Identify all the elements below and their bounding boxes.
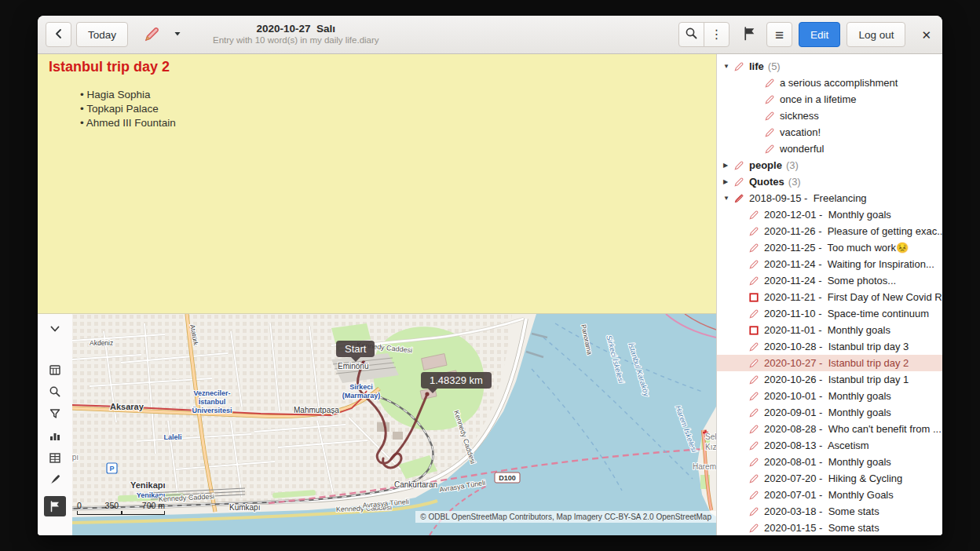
map-label: Vezneciler-: [193, 389, 230, 397]
tree-row[interactable]: 2020-11-01 - Monthly goals: [717, 322, 942, 338]
todo-icon: [748, 324, 761, 336]
filter-button[interactable]: [44, 403, 66, 424]
tree-label: people: [749, 159, 782, 171]
tree-count: (5): [768, 60, 781, 72]
filter-icon: [49, 407, 61, 420]
entries-sidebar: ▼life(5)a serious accomplishmentonce in …: [716, 54, 942, 535]
tree-label: vacation!: [780, 126, 821, 138]
edit-button[interactable]: Edit: [799, 22, 840, 47]
pen-button[interactable]: [44, 469, 66, 490]
left-pane: Istanbul trip day 2 Hagia SophiaTopkapi …: [38, 54, 716, 535]
logout-button[interactable]: Log out: [847, 22, 905, 47]
calendar-icon: [49, 363, 61, 376]
pen-icon: [49, 473, 61, 486]
tree-row[interactable]: 2020-10-01 - Monthly goals: [717, 388, 942, 404]
close-button[interactable]: ✕: [918, 22, 934, 47]
tree-row[interactable]: 2020-12-01 - Monthly goals: [717, 206, 942, 223]
tree-row[interactable]: 2020-11-24 - Waiting for Inspiration...: [717, 256, 942, 272]
svg-text:P: P: [109, 465, 114, 473]
map-toolbar: [38, 314, 72, 535]
table-icon: [49, 451, 61, 464]
entry-menu-caret-button[interactable]: [169, 22, 186, 47]
tree-row[interactable]: 2020-11-21 - First Day of New Covid R...: [717, 289, 942, 305]
pencil-icon: [733, 159, 746, 171]
tree-row[interactable]: ▶Quotes(3): [717, 173, 942, 190]
tree-label: 2020-12-01 - Monthly goals: [764, 209, 891, 221]
map-canvas[interactable]: P AkdenizAtatürkEminönüSirkeci(Marmaray)…: [72, 314, 716, 535]
today-button[interactable]: Today: [76, 22, 128, 47]
tree-row[interactable]: a serious accomplishment: [717, 75, 942, 91]
tree-row[interactable]: 2020-10-27 - Istanbul trip day 2: [717, 355, 942, 371]
bullet-item: Topkapi Palace: [80, 102, 705, 116]
expander-open-icon[interactable]: ▼: [723, 63, 733, 70]
pencil-icon: [748, 489, 761, 501]
tree-label: 2020-11-26 - Pleasure of getting exac...: [764, 225, 942, 237]
pencil-icon: [733, 176, 746, 188]
expander-closed-icon[interactable]: ▶: [723, 162, 733, 169]
map-distance-tooltip: 1.48329 km: [421, 372, 492, 389]
tree-label: 2020-10-01 - Monthly goals: [764, 390, 891, 402]
map-attribution: © ODBL OpenStreetMap Contributors, Map I…: [415, 511, 716, 523]
map-panel: P AkdenizAtatürkEminönüSirkeci(Marmaray)…: [38, 313, 716, 535]
entry-editor[interactable]: Istanbul trip day 2 Hagia SophiaTopkapi …: [38, 54, 716, 313]
tree-row[interactable]: 2020-07-20 - Hiking & Cycling: [717, 470, 942, 487]
main-menu-button[interactable]: ≡: [766, 22, 792, 47]
tree-row[interactable]: 2020-10-26 - Istanbul trip day 1: [717, 371, 942, 388]
tree-row[interactable]: 2020-07-01 - Monthly Goals: [717, 487, 942, 503]
tree-row[interactable]: once in a lifetime: [717, 91, 942, 108]
pencil-icon: [748, 505, 761, 517]
map-label: Aksaray: [110, 402, 144, 411]
tree-row[interactable]: ▼life(5): [717, 58, 942, 75]
expander-closed-icon[interactable]: ▶: [723, 178, 733, 185]
tree-row[interactable]: vacation!: [717, 124, 942, 140]
flag-panel-button[interactable]: [44, 496, 66, 516]
tree-label: 2020-11-25 - Too much work😣: [764, 242, 909, 254]
tree-row[interactable]: 2020-11-25 - Too much work😣: [717, 239, 942, 256]
tree-label: 2020-10-27 - Istanbul trip day 2: [764, 357, 909, 369]
map-label: Harem İsk: [693, 462, 716, 471]
pencil-icon: [748, 341, 761, 352]
tree-row[interactable]: 2020-11-24 - Some photos...: [717, 272, 942, 289]
back-button[interactable]: [46, 22, 71, 47]
bookmark-flag-button[interactable]: [739, 22, 760, 47]
tree-label: 2020-11-10 - Space-time continuum: [764, 308, 929, 319]
search-panel-button[interactable]: [44, 381, 66, 402]
pencil-icon: [748, 308, 761, 319]
tree-row[interactable]: ▶people(3): [717, 157, 942, 173]
tree-row[interactable]: 2020-08-28 - Who can't benefit from ...: [717, 421, 942, 437]
map-label: Laleli: [163, 433, 181, 441]
pencil-icon: [764, 77, 777, 89]
chart-button[interactable]: [44, 425, 66, 446]
pencil-icon: [748, 275, 761, 286]
tree-label: 2020-01-15 - Some stats: [764, 522, 879, 534]
tree-row[interactable]: 2020-08-01 - Monthly goals: [717, 454, 942, 470]
tree-row[interactable]: 2020-01-15 - Some stats: [717, 520, 942, 535]
tree-row[interactable]: 2020-03-18 - Some stats: [717, 503, 942, 520]
tree-row[interactable]: ▼2018-09-15 - Freelancing: [717, 190, 942, 206]
tree-row[interactable]: 2020-11-26 - Pleasure of getting exac...: [717, 223, 942, 239]
tree-label: sickness: [780, 110, 819, 122]
tree-row[interactable]: wonderful: [717, 140, 942, 157]
entry-subtitle: Entry with 10 word(s) in my daily life.d…: [213, 35, 379, 46]
pencil-icon: [748, 374, 761, 385]
calendar-button[interactable]: [44, 359, 66, 380]
search-button[interactable]: [678, 22, 704, 47]
map-svg[interactable]: P AkdenizAtatürkEminönüSirkeci(Marmaray)…: [72, 314, 716, 535]
tree-row[interactable]: 2020-08-13 - Ascetism: [717, 437, 942, 454]
tree-row[interactable]: sickness: [717, 108, 942, 124]
expander-open-icon[interactable]: ▼: [723, 195, 733, 202]
tree-label: 2020-07-01 - Monthly Goals: [764, 489, 894, 501]
tree-row[interactable]: 2020-10-28 - Istanbul trip day 3: [717, 338, 942, 355]
tree-row[interactable]: 2020-09-01 - Monthly goals: [717, 404, 942, 421]
tree-row[interactable]: 2020-11-10 - Space-time continuum: [717, 305, 942, 322]
more-menu-button[interactable]: ⋮: [704, 22, 730, 47]
scale-max: 700 m: [142, 501, 165, 510]
entry-title: 2020-10-27 Salı: [213, 23, 379, 35]
pencil-icon: [748, 225, 761, 237]
tree-label: a serious accomplishment: [780, 77, 898, 89]
collapse-panel-button[interactable]: [44, 319, 66, 339]
chevron-down-icon: [172, 28, 183, 42]
table-button[interactable]: [44, 447, 66, 468]
tree-label: life: [749, 60, 764, 72]
entry-pencil-button[interactable]: [139, 22, 164, 47]
